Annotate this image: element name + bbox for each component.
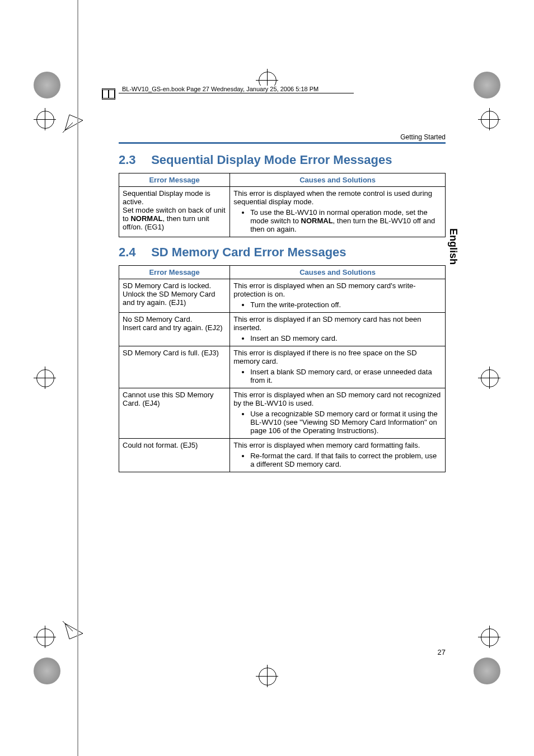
table-header: Causes and Solutions [230, 173, 446, 187]
svg-line-3 [63, 621, 73, 631]
running-rule [119, 142, 446, 144]
table-header: Causes and Solutions [230, 266, 446, 279]
solution-bullet: Re-format the card. If that fails to cor… [250, 452, 442, 468]
framemaker-header-text: BL-WV10_GS-en.book Page 27 Wednesday, Ja… [120, 86, 321, 92]
table-row: SD Memory Card is full. (EJ3) This error… [119, 346, 446, 388]
error-message-text: Cannot use this SD Memory Card. (EJ4) [123, 391, 226, 407]
section-2-3-heading: 2.3 Sequential Display Mode Error Messag… [119, 153, 446, 167]
section-title: Sequential Display Mode Error Messages [151, 153, 392, 167]
error-message-text: Set mode switch on back of unit to NORMA… [123, 206, 226, 231]
error-message-text: No SD Memory Card. [123, 315, 226, 323]
table-row: Cannot use this SD Memory Card. (EJ4) Th… [119, 388, 446, 439]
registration-mark [481, 628, 498, 645]
solution-bullet: To use the BL-WV10 in normal operation m… [250, 208, 442, 233]
solution-bullet: Turn the write-protection off. [250, 300, 442, 309]
crop-circle-tr [474, 72, 500, 98]
error-message-text: Insert card and try again. (EJ2) [123, 323, 226, 332]
table-header: Error Message [119, 173, 230, 187]
cause-text: This error is displayed when an SD memor… [233, 281, 442, 298]
solution-bullet: Use a recognizable SD memory card or for… [250, 410, 442, 435]
section-number: 2.4 [119, 245, 148, 260]
language-tab: English [447, 228, 459, 265]
registration-mark [259, 668, 275, 684]
cause-text: This error is displayed when an SD memor… [233, 391, 442, 407]
registration-mark [36, 628, 53, 645]
error-message-text: SD Memory Card is full. (EJ3) [123, 349, 226, 357]
registration-mark [36, 111, 53, 128]
page-content: Getting Started 2.3 Sequential Display M… [119, 133, 446, 480]
error-message-text: Sequential Display mode is active. [123, 189, 226, 206]
framemaker-header: BL-WV10_GS-en.book Page 27 Wednesday, Ja… [102, 88, 354, 100]
cause-text: This error is displayed if there is no f… [233, 349, 442, 365]
error-message-text: Unlock the SD Memory Card and try again.… [123, 290, 226, 307]
running-head: Getting Started [119, 133, 446, 141]
page-number: 27 [438, 648, 446, 656]
error-message-text: SD Memory Card is locked. [123, 281, 226, 290]
registration-mark [481, 369, 498, 386]
solution-bullet: Insert an SD memory card. [250, 334, 442, 342]
book-icon [102, 88, 115, 100]
crop-circle-tl [34, 72, 60, 98]
registration-mark [36, 369, 53, 386]
error-table-2-3: Error Message Causes and Solutions Seque… [119, 173, 446, 237]
crop-circle-br [474, 658, 500, 684]
registration-mark [481, 111, 498, 128]
table-row: SD Memory Card is locked. Unlock the SD … [119, 279, 446, 313]
table-row: Could not format. (EJ5) This error is di… [119, 439, 446, 472]
crop-circle-bl [34, 658, 60, 684]
svg-line-1 [63, 123, 73, 133]
table-row: No SD Memory Card. Insert card and try a… [119, 313, 446, 346]
cause-text: This error is displayed if an SD memory … [233, 315, 442, 332]
section-2-4-heading: 2.4 SD Memory Card Error Messages [119, 245, 446, 260]
section-number: 2.3 [119, 153, 148, 167]
cause-text: This error is displayed when memory card… [233, 441, 442, 449]
cause-text: This error is displayed when the remote … [233, 189, 442, 206]
error-table-2-4: Error Message Causes and Solutions SD Me… [119, 265, 446, 472]
page-frame: BL-WV10_GS-en.book Page 27 Wednesday, Ja… [77, 88, 457, 668]
table-row: Sequential Display mode is active. Set m… [119, 187, 446, 237]
table-header: Error Message [119, 266, 230, 279]
section-title: SD Memory Card Error Messages [151, 245, 346, 259]
error-message-text: Could not format. (EJ5) [123, 441, 226, 449]
solution-bullet: Insert a blank SD memory card, or erase … [250, 368, 442, 384]
